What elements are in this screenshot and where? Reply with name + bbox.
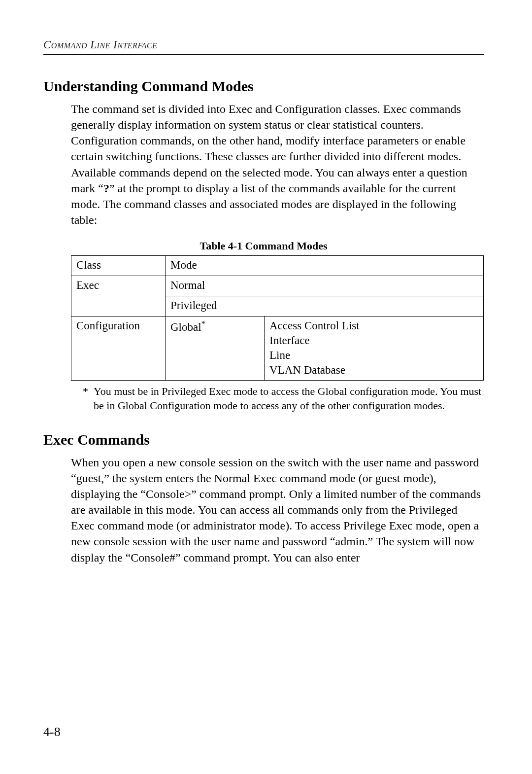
cell-mode-global: Global*	[166, 316, 265, 381]
cell-mode-normal: Normal	[166, 276, 484, 296]
table-footnote: You must be in Privileged Exec mode to a…	[83, 385, 484, 413]
table-header-mode: Mode	[166, 256, 484, 276]
asterisk-superscript: *	[201, 319, 206, 328]
cell-class-configuration: Configuration	[71, 316, 166, 381]
section1-body-post: ” at the prompt to display a list of the…	[71, 182, 456, 226]
running-header-text: Command Line Interface	[43, 38, 157, 51]
cell-class-exec: Exec	[71, 276, 166, 317]
detail-acl: Access Control List	[269, 319, 360, 332]
cell-mode-privileged: Privileged	[166, 296, 484, 317]
cell-mode-global-text: Global	[170, 321, 201, 333]
detail-line: Line	[269, 349, 290, 361]
table-row: Exec Normal	[71, 276, 484, 296]
running-header: Command Line Interface	[43, 38, 484, 51]
table-row: Configuration Global* Access Control Lis…	[71, 316, 484, 381]
section2-body: When you open a new console session on t…	[71, 455, 484, 565]
command-modes-table: Class Mode Exec Normal Privileged Config…	[71, 255, 484, 381]
section1-title: Understanding Command Modes	[43, 77, 484, 95]
table-header-row: Class Mode	[71, 256, 484, 276]
table-header-class: Class	[71, 256, 166, 276]
question-mark-literal: ?	[103, 182, 109, 195]
detail-vlan: VLAN Database	[269, 364, 345, 376]
section1-body: The command set is divided into Exec and…	[71, 101, 484, 228]
cell-mode-details: Access Control List Interface Line VLAN …	[265, 316, 484, 381]
detail-interface: Interface	[269, 334, 310, 347]
section1-body-pre: The command set is divided into Exec and…	[71, 103, 467, 195]
section2-title: Exec Commands	[43, 431, 484, 449]
header-divider	[43, 54, 484, 55]
page-number: 4-8	[43, 725, 61, 739]
table-caption: Table 4-1 Command Modes	[43, 240, 484, 252]
